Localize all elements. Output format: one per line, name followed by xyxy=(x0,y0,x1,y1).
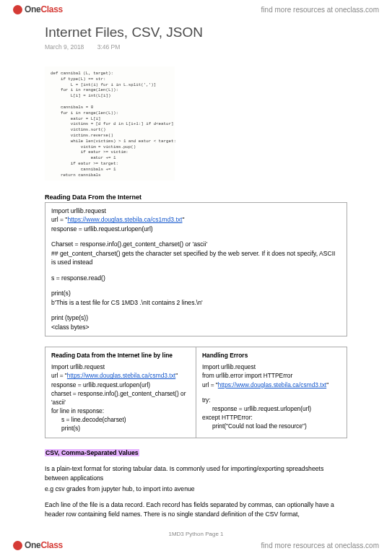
logo-circle-icon xyxy=(13,5,22,14)
code-line: url = "https://www.douglas.stebila.ca/cs… xyxy=(51,371,190,380)
url-link-2[interactable]: https://www.douglas.stebila.ca/csmd3.txt xyxy=(67,372,175,379)
code-line: from urllib.error import HTTPError xyxy=(202,371,341,380)
code-line: s = response.read() xyxy=(51,274,341,282)
code-line: except HTTPError: xyxy=(202,413,341,422)
bottom-footer: OneClass find more resources at oneclass… xyxy=(0,537,392,556)
section-reading-internet-h: Reading Data From the Internet xyxy=(45,194,347,201)
find-more-bottom: find more resources at oneclass.com xyxy=(261,542,379,550)
code-output: b'This is a test file for CS 1MD3 .\nIt … xyxy=(51,298,341,307)
code-line: for line in response: xyxy=(51,407,190,415)
two-column-boxes: Reading Data from the Internet line by l… xyxy=(45,347,347,438)
code-line: Import urllib.request xyxy=(51,207,341,215)
brand-logo-footer: OneClass xyxy=(13,540,63,550)
code-output: <class bytes> xyxy=(51,323,341,331)
csv-p3: Each line of the file is a data record. … xyxy=(45,500,347,518)
col-right-heading: Handling Errors xyxy=(202,351,341,360)
code-line: print(s) xyxy=(51,289,341,297)
document-page: Internet Files, CSV, JSON March 9, 2018 … xyxy=(0,17,392,518)
brand-one: One xyxy=(25,4,40,14)
col-handling-errors: Handling Errors Import urllib.request fr… xyxy=(196,347,347,438)
csv-p1: Is a plain-text format for storing tabul… xyxy=(45,464,347,482)
logo-circle-icon xyxy=(13,541,22,550)
code-line: charset = response.info().get_content_ch… xyxy=(51,389,190,407)
brand-logo: OneClass xyxy=(13,4,63,14)
col-left-heading: Reading Data from the Internet line by l… xyxy=(51,351,190,360)
page-number: 1MD3 Python Page 1 xyxy=(0,531,392,537)
find-more-top: find more resources at oneclass.com xyxy=(261,6,379,14)
code-line: response = urllib.request.urlopen(url) xyxy=(51,225,341,233)
code-line: Import urllib.request xyxy=(51,362,190,371)
page-title: Internet Files, CSV, JSON xyxy=(45,25,347,40)
code-line: url = "https://www.douglas.stebila.ca/cs… xyxy=(202,381,341,389)
meta-time: 3:46 PM xyxy=(97,43,121,51)
brand-text: OneClass xyxy=(25,4,63,14)
code-line: response = urllib.request.urlopen(url) xyxy=(202,404,341,413)
code-line: print(s) xyxy=(51,424,190,433)
code-line: print("Could not load the resource") xyxy=(202,422,341,430)
code-line: print (type(s)) xyxy=(51,313,341,322)
code-line: try: xyxy=(202,396,341,404)
top-header: OneClass find more resources at oneclass… xyxy=(0,0,392,17)
url-link-1[interactable]: https://www.douglas.stebila.ca/cs1md3.tx… xyxy=(67,216,182,223)
meta-date: March 9, 2018 xyxy=(45,43,84,51)
code-snippet-image: def cannibal (L, target): if type(L) == … xyxy=(45,66,175,181)
csv-heading: CSV, Comma-Separated Values xyxy=(45,449,139,456)
brand-text: OneClass xyxy=(25,540,63,550)
code-line: Charset = response.info().get_content_ch… xyxy=(51,240,341,248)
code-line: s = line.decode(charset) xyxy=(51,415,190,424)
code-line: response = urllib.request.urlopen(url) xyxy=(51,381,190,389)
code-line: url = "https://www.douglas.stebila.ca/cs… xyxy=(51,215,341,224)
csv-p2: e.g csv grades from jupyter hub, to impo… xyxy=(45,485,347,494)
page-meta: March 9, 2018 3:46 PM xyxy=(45,43,347,51)
csv-section: CSV, Comma-Separated Values Is a plain-t… xyxy=(45,448,347,519)
brand-class: Class xyxy=(40,4,63,14)
col-line-by-line: Reading Data from the Internet line by l… xyxy=(45,347,196,438)
code-line: Import urllib.request xyxy=(202,362,341,371)
code-comment: ## get_content_charset() gets the charac… xyxy=(51,249,341,267)
reading-internet-box: Import urllib.request url = "https://www… xyxy=(45,202,347,336)
url-link-3[interactable]: https://www.douglas.stebila.ca/csmd3.txt xyxy=(218,381,326,388)
